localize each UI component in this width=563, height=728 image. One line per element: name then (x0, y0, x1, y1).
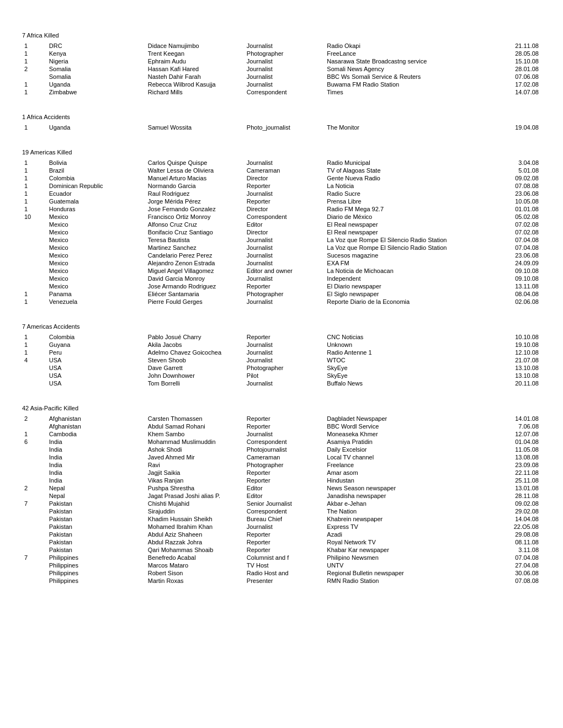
count-cell (22, 515, 47, 523)
name-cell: Jose Armando Rodriguez (146, 282, 245, 290)
table-row: 1GuyanaAkila JacobsJournalistUnknown19.1… (22, 341, 541, 349)
table-row: PhilippinesMarcos MataroTV HostUNTV27.04… (22, 561, 541, 569)
outlet-cell: SkyEye (325, 372, 491, 379)
count-cell (22, 259, 47, 267)
name-cell: Ephraim Audu (146, 57, 245, 65)
count-cell (22, 282, 47, 290)
name-cell: Khadim Hussain Sheikh (146, 515, 245, 523)
country-cell: Cambodia (47, 430, 146, 438)
date-cell: 29.08.08 (491, 531, 541, 538)
outlet-cell: Freelance (325, 461, 491, 469)
data-table-africa-accidents: 1UgandaSamuel WossitaPhoto_journalistThe… (22, 124, 541, 131)
role-cell: Journalist (245, 190, 325, 197)
name-cell: Nasteh Dahir Farah (146, 73, 245, 81)
date-cell: 23.09.08 (491, 461, 541, 469)
outlet-cell: La Noticia de Michoacan (325, 267, 491, 275)
date-cell: 02.06.08 (491, 298, 541, 306)
section-header-africa-killed: 7 Africa Killed (22, 32, 541, 39)
count-cell (22, 364, 47, 372)
date-cell: 07.08.08 (491, 577, 541, 585)
outlet-cell: Radio Antenne 1 (325, 349, 491, 356)
outlet-cell: UNTV (325, 561, 491, 569)
outlet-cell: Azadi (325, 531, 491, 538)
country-cell: Mexico (47, 282, 146, 290)
country-cell: Zimbabwe (47, 88, 146, 96)
date-cell: 23.06.08 (491, 251, 541, 259)
count-cell: 1 (22, 205, 47, 213)
name-cell: Ravi (146, 461, 245, 469)
count-cell: 1 (22, 333, 47, 341)
table-row: MexicoAlfonso Cruz CruzEditorEl Real new… (22, 221, 541, 228)
table-row: 1UgandaRebecca Wilbrod KasujjaJournalist… (22, 81, 541, 88)
outlet-cell: Reporte Diario de la Economia (325, 298, 491, 306)
table-row: PhilippinesRobert SisonRadio Host andReg… (22, 569, 541, 577)
count-cell: 10 (22, 213, 47, 221)
count-cell: 2 (22, 484, 47, 492)
table-row: 7PhilippinesBenefredo AcabalColumnist an… (22, 554, 541, 561)
date-cell: 21.07.08 (491, 356, 541, 364)
role-cell: Director (245, 174, 325, 182)
table-row: 1BrazilWalter Lessa de OlivieraCameraman… (22, 167, 541, 174)
role-cell: Journalist (245, 341, 325, 349)
name-cell: Pablo Josué Charry (146, 333, 245, 341)
count-cell: 1 (22, 167, 47, 174)
date-cell: 29.02.08 (491, 507, 541, 515)
count-cell (22, 422, 47, 430)
table-row: 7PakistanChishti MujahidSenior Journalis… (22, 500, 541, 507)
country-cell: Mexico (47, 213, 146, 221)
country-cell: Pakistan (47, 538, 146, 546)
date-cell: 20.11.08 (491, 379, 541, 387)
country-cell: India (47, 461, 146, 469)
date-cell: 23.06.08 (491, 190, 541, 197)
name-cell: Bonifacio Cruz Santiago (146, 228, 245, 236)
name-cell: Jose Fernando Gonzalez (146, 205, 245, 213)
count-cell (22, 267, 47, 275)
date-cell: 19.04.08 (491, 124, 541, 131)
count-cell (22, 531, 47, 538)
outlet-cell: RMN Radio Station (325, 577, 491, 585)
date-cell: 07.04.08 (491, 244, 541, 251)
name-cell: Hassan Kafi Hared (146, 65, 245, 73)
date-cell: 08.11.08 (491, 538, 541, 546)
role-cell: Correspondent (245, 88, 325, 96)
role-cell: Journalist (245, 73, 325, 81)
date-cell: 15.10.08 (491, 57, 541, 65)
role-cell: Journalist (245, 298, 325, 306)
table-row: USADave GarrettPhotographerSkyEye13.10.0… (22, 364, 541, 372)
outlet-cell: Akbar e-Jehan (325, 500, 491, 507)
outlet-cell: Daily Excelsior (325, 446, 491, 453)
name-cell: David Garcia Monroy (146, 275, 245, 282)
count-cell: 1 (22, 124, 47, 131)
role-cell: Photographer (245, 50, 325, 57)
count-cell (22, 492, 47, 500)
date-cell: 19.10.08 (491, 341, 541, 349)
role-cell: Journalist (245, 430, 325, 438)
outlet-cell: Khabrein newspaper (325, 515, 491, 523)
date-cell: 17.02.08 (491, 81, 541, 88)
date-cell: 01.04.08 (491, 438, 541, 446)
name-cell: Abdul Razzak Johra (146, 538, 245, 546)
date-cell: 14.01.08 (491, 415, 541, 422)
table-row: 1HondurasJose Fernando GonzalezDirectorR… (22, 205, 541, 213)
country-cell: Pakistan (47, 507, 146, 515)
table-row: PakistanSirajuddinCorrespondentThe Natio… (22, 507, 541, 515)
date-cell: 13.01.08 (491, 484, 541, 492)
name-cell: Candelario Perez Perez (146, 251, 245, 259)
name-cell: Qari Mohammas Shoaib (146, 546, 245, 554)
count-cell: 1 (22, 197, 47, 205)
name-cell: Jorge Mérida Pérez (146, 197, 245, 205)
count-cell (22, 446, 47, 453)
outlet-cell: Moneaseka Khmer (325, 430, 491, 438)
country-cell: Mexico (47, 236, 146, 244)
name-cell: Adelmo Chavez Goicochea (146, 349, 245, 356)
data-table-africa-killed: 1DRCDidace NamujimboJournalistRadio Okap… (22, 42, 541, 96)
country-cell: Nigeria (47, 57, 146, 65)
role-cell: Journalist (245, 523, 325, 531)
name-cell: Didace Namujimbo (146, 42, 245, 50)
section-header-asia-pacific-killed: 42 Asia-Pacific Killed (22, 405, 541, 411)
table-row: IndiaRaviPhotographerFreelance23.09.08 (22, 461, 541, 469)
count-cell: 1 (22, 81, 47, 88)
country-cell: Colombia (47, 333, 146, 341)
outlet-cell: BBC Ws Somali Service & Reuters (325, 73, 491, 81)
outlet-cell: Sucesos magazine (325, 251, 491, 259)
